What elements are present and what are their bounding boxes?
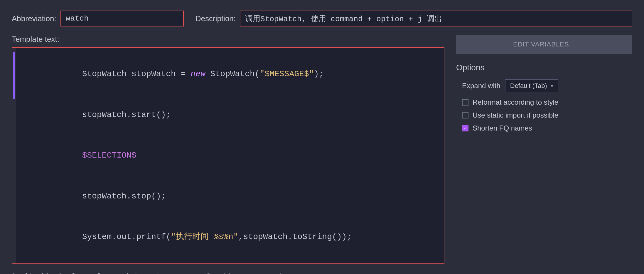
middle-section: Template text: StopWatch stopWatch = new… — [12, 35, 632, 264]
dialog: Abbreviation: Description: Template text… — [0, 0, 644, 274]
bottom-section: Applicable in Java; Java: statement, con… — [12, 272, 632, 274]
dropdown-arrow-icon: ▾ — [551, 83, 553, 89]
code-container[interactable]: StopWatch stopWatch = new StopWatch("$ME… — [12, 47, 444, 264]
checkbox-shorten-fq[interactable]: Shorten FQ names — [462, 124, 632, 132]
top-row: Abbreviation: Description: — [12, 11, 632, 26]
applicable-text: Applicable in Java; Java: statement, con… — [12, 272, 632, 274]
template-area: Template text: StopWatch stopWatch = new… — [12, 35, 444, 264]
checkbox-reformat[interactable]: Reformat according to style — [462, 98, 632, 106]
expand-with-dropdown[interactable]: Default (Tab) ▾ — [505, 79, 558, 92]
static-import-checkbox[interactable] — [462, 112, 468, 118]
static-import-label: Use static import if possible — [473, 111, 558, 119]
scrollbar-track[interactable] — [12, 48, 16, 263]
abbreviation-input[interactable] — [60, 11, 184, 26]
shorten-fq-checkbox[interactable] — [462, 125, 468, 131]
shorten-fq-label: Shorten FQ names — [473, 124, 532, 132]
description-input[interactable] — [240, 11, 632, 26]
checkbox-static-import[interactable]: Use static import if possible — [462, 111, 632, 119]
code-line-4: stopWatch.stop(); — [23, 176, 437, 217]
expand-with-label: Expand with — [462, 82, 500, 90]
scrollbar-thumb[interactable] — [13, 52, 15, 99]
code-line-5: System.out.printf("执行时间 %s%n",stopWatch.… — [23, 217, 437, 258]
expand-with-value: Default (Tab) — [510, 82, 547, 90]
template-label: Template text: — [12, 35, 444, 44]
edit-variables-button[interactable]: EDIT VARIABLES... — [456, 35, 632, 54]
abbreviation-label: Abbreviation: — [12, 14, 56, 23]
code-line-3: $SELECTION$ — [23, 135, 437, 176]
right-panel: EDIT VARIABLES... Options Expand with De… — [456, 35, 632, 264]
reformat-label: Reformat according to style — [473, 98, 558, 106]
reformat-checkbox[interactable] — [462, 99, 468, 106]
code-content: StopWatch stopWatch = new StopWatch("$ME… — [16, 48, 444, 263]
options-label: Options — [456, 63, 632, 72]
description-label: Description: — [195, 14, 236, 23]
code-line-1: StopWatch stopWatch = new StopWatch("$ME… — [23, 54, 437, 95]
code-line-2: stopWatch.start(); — [23, 95, 437, 136]
expand-with-row: Expand with Default (Tab) ▾ — [462, 79, 632, 92]
